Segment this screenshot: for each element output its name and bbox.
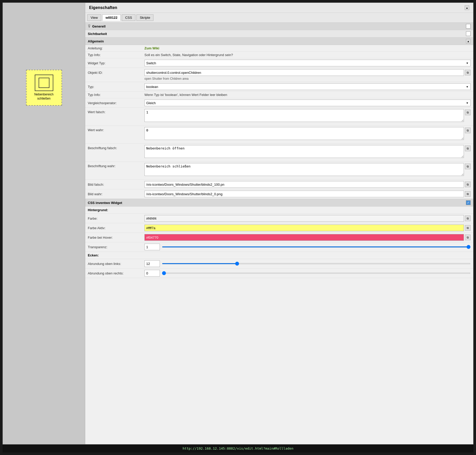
widget-typ-label: Widget Typ:	[88, 61, 144, 65]
filter-icon: ⊽	[88, 24, 91, 29]
beschriftung-wahr-copy-btn[interactable]: ⧉	[465, 164, 471, 169]
wert-falsch-copy-btn[interactable]: ⧉	[465, 110, 471, 115]
row-beschriftung-falsch: Beschriftung falsch: Nebenbereich öffnen…	[85, 144, 473, 162]
beschriftung-falsch-copy-btn[interactable]: ⧉	[465, 146, 471, 151]
wert-wahr-textarea[interactable]: 0	[144, 127, 464, 140]
vergleichsoperator-select[interactable]: Gleich Ungleich Größer Kleiner	[144, 100, 471, 106]
panel-title: Eigenschaften	[89, 5, 117, 10]
tab-w00122[interactable]: w00122	[102, 14, 121, 21]
row-wert-wahr: Wert wahr: 0 ⧉	[85, 126, 473, 144]
vergleichsoperator-wrapper[interactable]: Gleich Ungleich Größer Kleiner ▼	[144, 100, 471, 106]
section-generell-label: Generell	[92, 24, 106, 28]
generell-checkbox[interactable]	[466, 24, 471, 29]
typ-info2-value: Wenn Typ ist 'boolean', können Wert Feld…	[144, 93, 471, 97]
beschriftung-falsch-label: Beschriftung falsch:	[88, 145, 144, 150]
abrundung-oben-links-label: Abrundung oben links:	[88, 262, 144, 266]
widget-typ-wrapper[interactable]: Switch State Navigation Hintergrund ▼	[144, 60, 471, 66]
row-typ-info: Typ Info: Soll es ein Switch, State, Nav…	[85, 52, 473, 58]
objekt-id-info: open Shutter from Children area	[85, 76, 473, 82]
status-bar: http://192.168.12.145:8882/vis/edit.html…	[3, 444, 473, 452]
widget-preview: Nebenbereichschließen	[26, 70, 62, 106]
wert-falsch-textarea[interactable]: 1	[144, 109, 464, 122]
section-generell-header: ⊽ Generell	[85, 23, 473, 30]
row-farbe-hover: Farbe bei Hover: ⧉	[85, 233, 473, 242]
row-typ: Typ: boolean string number ▼	[85, 82, 473, 92]
css-inventwo-checkbox[interactable]: ✓	[466, 200, 471, 205]
row-anleitung: Anleitung: Zum Wiki	[85, 45, 473, 52]
bild-falsch-copy-btn[interactable]: ⧉	[465, 182, 471, 187]
tab-skripte[interactable]: Skripte	[136, 14, 153, 21]
beschriftung-falsch-textarea[interactable]: Nebenbereich öffnen	[144, 145, 464, 158]
row-farbe: Farbe: ⧉	[85, 214, 473, 223]
abrundung-oben-links-number[interactable]	[144, 260, 160, 267]
row-transparenz: Transparenz:	[85, 242, 473, 252]
left-panel: Nebenbereichschließen	[3, 3, 85, 444]
row-objekt-id: Objekt ID: ⧉	[85, 68, 473, 76]
transparenz-number[interactable]	[144, 244, 160, 250]
right-panel: Eigenschaften ▲ View w00122 CSS Skripte …	[85, 3, 473, 444]
farbe-aktiv-label: Farbe Aktiv:	[88, 226, 144, 230]
typ-info-label: Typ Info:	[88, 53, 144, 57]
farbe-aktiv-input[interactable]	[144, 225, 464, 231]
row-ecken: Ecken:	[85, 252, 473, 259]
wert-wahr-label: Wert wahr:	[88, 127, 144, 132]
row-beschriftung-wahr: Beschriftung wahr: Nebenbereich schließe…	[85, 162, 473, 180]
row-abrundung-oben-rechts: Abrundung oben rechts:	[85, 269, 473, 278]
bild-falsch-label: Bild falsch:	[88, 183, 144, 186]
farbe-hover-copy-btn[interactable]: ⧉	[465, 235, 471, 240]
objekt-id-copy-btn[interactable]: ⧉	[465, 70, 471, 75]
scroll-top-btn[interactable]: ▲	[465, 5, 469, 10]
wert-falsch-label: Wert falsch:	[88, 109, 144, 114]
row-widget-typ: Widget Typ: Switch State Navigation Hint…	[85, 58, 473, 68]
widget-icon	[35, 75, 53, 91]
wert-wahr-copy-btn[interactable]: ⧉	[465, 128, 471, 133]
typ-info2-label: Typ Info:	[88, 93, 144, 97]
section-allgemein-header: Allgemein ▲	[85, 38, 473, 45]
abrundung-oben-rechts-number[interactable]	[144, 270, 160, 276]
abrundung-oben-links-slider[interactable]	[162, 263, 471, 264]
farbe-copy-btn[interactable]: ⧉	[465, 216, 471, 221]
objekt-id-input[interactable]	[144, 69, 464, 76]
row-abrundung-oben-links: Abrundung oben links:	[85, 259, 473, 269]
typ-wrapper[interactable]: boolean string number ▼	[144, 83, 471, 90]
farbe-aktiv-copy-btn[interactable]: ⧉	[465, 225, 471, 231]
abrundung-oben-rechts-slider[interactable]	[162, 273, 471, 274]
css-inventwo-label: CSS inventwo Widget	[88, 201, 122, 205]
transparenz-slider[interactable]	[162, 246, 471, 247]
row-bild-falsch: Bild falsch: ⧉	[85, 180, 473, 189]
tab-view[interactable]: View	[87, 14, 101, 21]
bild-wahr-copy-btn[interactable]: ⧉	[465, 191, 471, 197]
beschriftung-wahr-label: Beschriftung wahr:	[88, 163, 144, 168]
farbe-label: Farbe:	[88, 217, 144, 220]
row-vergleichsoperator: Vergleichsoperator: Gleich Ungleich Größ…	[85, 98, 473, 108]
tabs-bar: View w00122 CSS Skripte	[85, 13, 473, 23]
bild-wahr-input[interactable]	[144, 191, 464, 197]
row-bild-wahr: Bild wahr: ⧉	[85, 189, 473, 199]
row-hintergrund: Hintergrund:	[85, 207, 473, 214]
abrundung-oben-rechts-label: Abrundung oben rechts:	[88, 271, 144, 275]
widget-label: Nebenbereichschließen	[33, 93, 55, 101]
objekt-id-label: Objekt ID:	[88, 71, 144, 75]
farbe-hover-input[interactable]	[144, 234, 464, 241]
allgemein-scroll-btn[interactable]: ▲	[466, 39, 471, 43]
bild-falsch-input[interactable]	[144, 181, 464, 188]
section-css-inventwo-header: CSS inventwo Widget ✓	[85, 199, 473, 207]
transparenz-label: Transparenz:	[88, 245, 144, 249]
vergleichsoperator-label: Vergleichsoperator:	[88, 101, 144, 105]
widget-typ-select[interactable]: Switch State Navigation Hintergrund	[144, 60, 471, 66]
allgemein-label: Allgemein	[88, 39, 104, 43]
anleitung-link[interactable]: Zum Wiki	[144, 46, 159, 50]
beschriftung-wahr-textarea[interactable]: Nebenbereich schließen	[144, 163, 464, 176]
typ-select[interactable]: boolean string number	[144, 83, 471, 90]
anleitung-label: Anleitung:	[88, 46, 144, 50]
ecken-label: Ecken:	[88, 253, 99, 257]
row-typ-info2: Typ Info: Wenn Typ ist 'boolean', können…	[85, 92, 473, 98]
sichtbarkeit-checkbox[interactable]	[466, 31, 471, 36]
hintergrund-label: Hintergrund:	[88, 208, 108, 212]
anleitung-value[interactable]: Zum Wiki	[144, 46, 471, 50]
farbe-input[interactable]	[144, 215, 464, 222]
row-wert-falsch: Wert falsch: 1 ⧉	[85, 108, 473, 126]
bild-wahr-label: Bild wahr:	[88, 192, 144, 196]
tab-css[interactable]: CSS	[122, 14, 135, 21]
typ-label: Typ:	[88, 85, 144, 89]
